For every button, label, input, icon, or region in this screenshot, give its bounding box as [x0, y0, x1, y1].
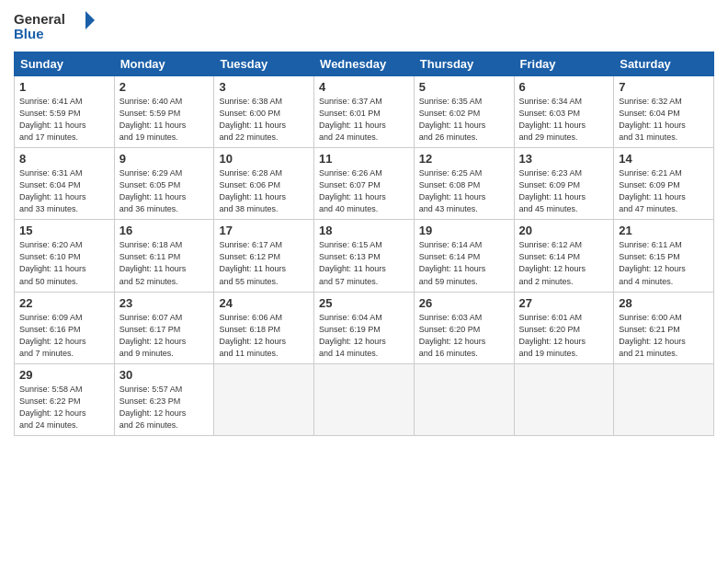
day-number: 3	[219, 80, 309, 94]
day-cell-6: 6Sunrise: 6:34 AMSunset: 6:03 PMDaylight…	[514, 76, 614, 148]
header-row: SundayMondayTuesdayWednesdayThursdayFrid…	[15, 52, 714, 76]
day-cell-9: 9Sunrise: 6:29 AMSunset: 6:05 PMDaylight…	[114, 148, 214, 220]
day-cell-27: 27Sunrise: 6:01 AMSunset: 6:20 PMDayligh…	[514, 292, 614, 363]
day-number: 22	[19, 296, 109, 310]
day-cell-19: 19Sunrise: 6:14 AMSunset: 6:14 PMDayligh…	[414, 220, 514, 292]
day-header-wednesday: Wednesday	[314, 52, 415, 76]
day-cell-29: 29Sunrise: 5:58 AMSunset: 6:22 PMDayligh…	[15, 363, 115, 435]
day-info: Sunrise: 6:38 AMSunset: 6:00 PMDaylight:…	[219, 96, 309, 144]
day-number: 15	[19, 224, 109, 237]
day-cell-15: 15Sunrise: 6:20 AMSunset: 6:10 PMDayligh…	[15, 220, 115, 292]
day-number: 5	[419, 80, 509, 94]
calendar-table: SundayMondayTuesdayWednesdayThursdayFrid…	[14, 52, 714, 436]
day-info: Sunrise: 6:01 AMSunset: 6:20 PMDaylight:…	[519, 312, 609, 360]
day-header-friday: Friday	[514, 52, 614, 76]
day-info: Sunrise: 6:35 AMSunset: 6:02 PMDaylight:…	[419, 96, 509, 144]
day-info: Sunrise: 6:18 AMSunset: 6:11 PMDaylight:…	[119, 239, 210, 287]
day-number: 2	[119, 80, 210, 94]
day-info: Sunrise: 6:14 AMSunset: 6:14 PMDaylight:…	[419, 239, 509, 287]
day-header-saturday: Saturday	[614, 52, 714, 76]
empty-cell	[614, 363, 714, 435]
day-cell-26: 26Sunrise: 6:03 AMSunset: 6:20 PMDayligh…	[414, 292, 514, 363]
day-info: Sunrise: 6:41 AMSunset: 5:59 PMDaylight:…	[19, 96, 109, 144]
day-number: 1	[19, 80, 109, 94]
week-row-4: 22Sunrise: 6:09 AMSunset: 6:16 PMDayligh…	[15, 292, 714, 363]
day-info: Sunrise: 6:31 AMSunset: 6:04 PMDaylight:…	[19, 167, 109, 215]
day-number: 29	[19, 368, 109, 382]
day-info: Sunrise: 6:17 AMSunset: 6:12 PMDaylight:…	[219, 239, 309, 287]
day-info: Sunrise: 6:20 AMSunset: 6:10 PMDaylight:…	[19, 239, 109, 287]
day-info: Sunrise: 6:11 AMSunset: 6:15 PMDaylight:…	[619, 239, 709, 287]
day-info: Sunrise: 6:28 AMSunset: 6:06 PMDaylight:…	[219, 167, 309, 215]
day-info: Sunrise: 6:07 AMSunset: 6:17 PMDaylight:…	[119, 312, 210, 360]
day-number: 19	[419, 224, 509, 237]
day-info: Sunrise: 6:09 AMSunset: 6:16 PMDaylight:…	[19, 312, 109, 360]
empty-cell	[214, 363, 314, 435]
day-header-monday: Monday	[114, 52, 214, 76]
day-number: 21	[619, 224, 709, 237]
week-row-2: 8Sunrise: 6:31 AMSunset: 6:04 PMDaylight…	[15, 148, 714, 220]
day-number: 26	[419, 296, 509, 310]
day-number: 24	[219, 296, 309, 310]
day-number: 7	[619, 80, 709, 94]
svg-text:General: General	[14, 11, 65, 27]
day-number: 12	[419, 152, 509, 166]
day-cell-12: 12Sunrise: 6:25 AMSunset: 6:08 PMDayligh…	[414, 148, 514, 220]
day-info: Sunrise: 6:12 AMSunset: 6:14 PMDaylight:…	[519, 239, 609, 287]
day-header-tuesday: Tuesday	[214, 52, 314, 76]
day-cell-14: 14Sunrise: 6:21 AMSunset: 6:09 PMDayligh…	[614, 148, 714, 220]
day-info: Sunrise: 6:04 AMSunset: 6:19 PMDaylight:…	[319, 312, 409, 360]
day-cell-20: 20Sunrise: 6:12 AMSunset: 6:14 PMDayligh…	[514, 220, 614, 292]
day-header-thursday: Thursday	[414, 52, 514, 76]
day-info: Sunrise: 6:29 AMSunset: 6:05 PMDaylight:…	[119, 167, 210, 215]
day-info: Sunrise: 6:25 AMSunset: 6:08 PMDaylight:…	[419, 167, 509, 215]
day-info: Sunrise: 5:57 AMSunset: 6:23 PMDaylight:…	[119, 384, 210, 431]
week-row-3: 15Sunrise: 6:20 AMSunset: 6:10 PMDayligh…	[15, 220, 714, 292]
day-number: 8	[19, 152, 109, 166]
day-info: Sunrise: 6:37 AMSunset: 6:01 PMDaylight:…	[319, 96, 409, 144]
day-cell-5: 5Sunrise: 6:35 AMSunset: 6:02 PMDaylight…	[414, 76, 514, 148]
logo: General Blue	[14, 9, 97, 44]
day-cell-3: 3Sunrise: 6:38 AMSunset: 6:00 PMDaylight…	[214, 76, 314, 148]
day-cell-24: 24Sunrise: 6:06 AMSunset: 6:18 PMDayligh…	[214, 292, 314, 363]
day-cell-25: 25Sunrise: 6:04 AMSunset: 6:19 PMDayligh…	[314, 292, 415, 363]
day-number: 11	[319, 152, 409, 166]
day-info: Sunrise: 6:40 AMSunset: 5:59 PMDaylight:…	[119, 96, 210, 144]
day-info: Sunrise: 6:34 AMSunset: 6:03 PMDaylight:…	[519, 96, 609, 144]
day-cell-28: 28Sunrise: 6:00 AMSunset: 6:21 PMDayligh…	[614, 292, 714, 363]
day-info: Sunrise: 6:26 AMSunset: 6:07 PMDaylight:…	[319, 167, 409, 215]
week-row-5: 29Sunrise: 5:58 AMSunset: 6:22 PMDayligh…	[15, 363, 714, 435]
day-number: 25	[319, 296, 409, 310]
day-cell-22: 22Sunrise: 6:09 AMSunset: 6:16 PMDayligh…	[15, 292, 115, 363]
day-cell-2: 2Sunrise: 6:40 AMSunset: 5:59 PMDaylight…	[114, 76, 214, 148]
day-cell-10: 10Sunrise: 6:28 AMSunset: 6:06 PMDayligh…	[214, 148, 314, 220]
day-info: Sunrise: 6:21 AMSunset: 6:09 PMDaylight:…	[619, 167, 709, 215]
day-number: 14	[619, 152, 709, 166]
day-number: 30	[119, 368, 210, 382]
day-info: Sunrise: 6:03 AMSunset: 6:20 PMDaylight:…	[419, 312, 509, 360]
page: General Blue SundayMondayTuesdayWednesda…	[0, 0, 728, 563]
day-cell-23: 23Sunrise: 6:07 AMSunset: 6:17 PMDayligh…	[114, 292, 214, 363]
day-cell-7: 7Sunrise: 6:32 AMSunset: 6:04 PMDaylight…	[614, 76, 714, 148]
day-number: 13	[519, 152, 609, 166]
day-cell-21: 21Sunrise: 6:11 AMSunset: 6:15 PMDayligh…	[614, 220, 714, 292]
day-cell-4: 4Sunrise: 6:37 AMSunset: 6:01 PMDaylight…	[314, 76, 415, 148]
day-number: 27	[519, 296, 609, 310]
day-info: Sunrise: 6:06 AMSunset: 6:18 PMDaylight:…	[219, 312, 309, 360]
day-info: Sunrise: 5:58 AMSunset: 6:22 PMDaylight:…	[19, 384, 109, 431]
empty-cell	[314, 363, 415, 435]
header: General Blue	[14, 9, 714, 44]
empty-cell	[414, 363, 514, 435]
day-number: 4	[319, 80, 409, 94]
day-header-sunday: Sunday	[15, 52, 115, 76]
day-cell-8: 8Sunrise: 6:31 AMSunset: 6:04 PMDaylight…	[15, 148, 115, 220]
day-number: 9	[119, 152, 210, 166]
day-number: 6	[519, 80, 609, 94]
day-number: 18	[319, 224, 409, 237]
day-cell-16: 16Sunrise: 6:18 AMSunset: 6:11 PMDayligh…	[114, 220, 214, 292]
svg-text:Blue: Blue	[14, 26, 44, 41]
day-cell-17: 17Sunrise: 6:17 AMSunset: 6:12 PMDayligh…	[214, 220, 314, 292]
day-number: 28	[619, 296, 709, 310]
day-cell-11: 11Sunrise: 6:26 AMSunset: 6:07 PMDayligh…	[314, 148, 415, 220]
day-info: Sunrise: 6:32 AMSunset: 6:04 PMDaylight:…	[619, 96, 709, 144]
